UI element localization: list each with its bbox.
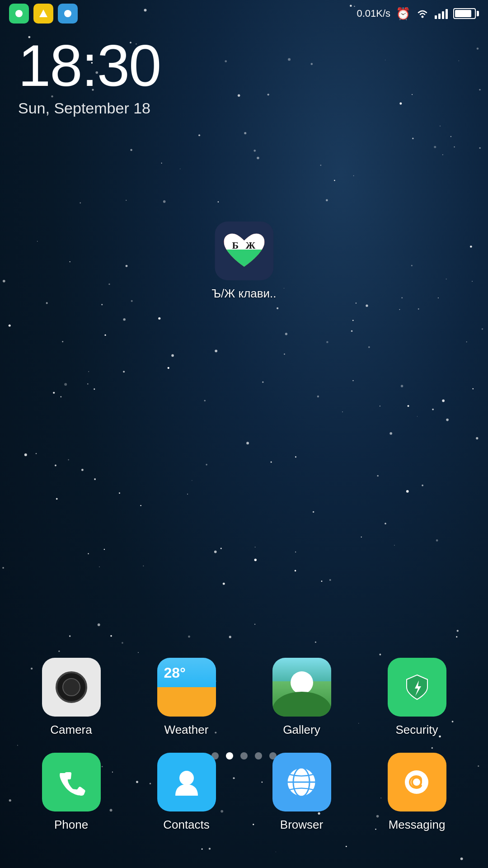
signal-icon: [435, 8, 448, 19]
camera-lens-inner: [62, 678, 80, 696]
gallery-app-label: Gallery: [283, 723, 320, 737]
gallery-sun: [291, 671, 313, 694]
home-apps-row: Camera 28° Weather Gallery Security: [0, 658, 488, 737]
contacts-app-label: Contacts: [163, 818, 210, 832]
clock-date: Sun, September 18: [18, 99, 160, 117]
messaging-icon: [400, 765, 434, 799]
svg-point-10: [179, 771, 194, 785]
contacts-app-icon[interactable]: [157, 753, 216, 811]
wifi-icon: [416, 8, 429, 19]
camera-app-label: Camera: [50, 723, 92, 737]
browser-app-label: Browser: [280, 818, 323, 832]
svg-point-15: [405, 770, 428, 794]
svg-point-2: [64, 10, 71, 17]
status-icon-blue: [58, 4, 78, 24]
clock-area: 18:30 Sun, September 18: [18, 36, 160, 117]
security-app-icon[interactable]: [388, 658, 446, 717]
app-item-camera[interactable]: Camera: [35, 658, 108, 737]
app-item-phone[interactable]: Phone: [35, 753, 108, 832]
svg-point-0: [15, 10, 23, 17]
status-bar: 0.01K/s ⏰: [0, 0, 488, 27]
messaging-app-label: Messaging: [389, 818, 446, 832]
svg-text:Ж: Ж: [245, 240, 255, 251]
browser-icon: [285, 765, 319, 799]
phone-app-label: Phone: [54, 818, 88, 832]
svg-rect-5: [224, 241, 264, 250]
svg-text:Б: Б: [232, 240, 239, 251]
svg-marker-1: [39, 9, 47, 17]
phone-app-icon[interactable]: [42, 753, 101, 811]
stars-decoration: [0, 0, 488, 868]
app-item-weather[interactable]: 28° Weather: [150, 658, 223, 737]
battery-icon: [453, 8, 479, 19]
camera-app-icon[interactable]: [42, 658, 101, 717]
gallery-app-icon[interactable]: [272, 658, 331, 717]
app-item-messaging[interactable]: Messaging: [381, 753, 453, 832]
messaging-app-icon[interactable]: [388, 753, 446, 811]
app-item-contacts[interactable]: Contacts: [150, 753, 223, 832]
dock-apps: Phone Contacts Browser: [0, 753, 488, 832]
gallery-hill: [272, 692, 331, 717]
center-app[interactable]: Б Ж Ъ/Ж клави..: [211, 222, 276, 301]
security-app-label: Security: [396, 723, 438, 737]
weather-app-icon[interactable]: 28°: [157, 658, 216, 717]
clock-time: 18:30: [18, 36, 160, 95]
svg-point-3: [422, 16, 424, 18]
weather-app-label: Weather: [164, 723, 209, 737]
shield-lightning-icon: [401, 671, 433, 703]
camera-lens: [56, 671, 87, 703]
contacts-icon: [171, 766, 202, 798]
phone-icon: [56, 766, 87, 798]
center-app-label: Ъ/Ж клави..: [211, 287, 276, 301]
status-right-icons: 0.01K/s ⏰: [357, 7, 479, 21]
weather-temp: 28°: [164, 665, 186, 681]
status-icon-green: [9, 4, 29, 24]
bulgarian-keyboard-icon[interactable]: Б Ж: [215, 222, 273, 280]
app-item-browser[interactable]: Browser: [266, 753, 338, 832]
status-left-icons: [9, 4, 78, 24]
alarm-icon: ⏰: [396, 7, 410, 21]
network-speed: 0.01K/s: [357, 8, 390, 19]
browser-app-icon[interactable]: [272, 753, 331, 811]
status-icon-yellow: [33, 4, 53, 24]
app-item-security[interactable]: Security: [381, 658, 453, 737]
app-item-gallery[interactable]: Gallery: [266, 658, 338, 737]
